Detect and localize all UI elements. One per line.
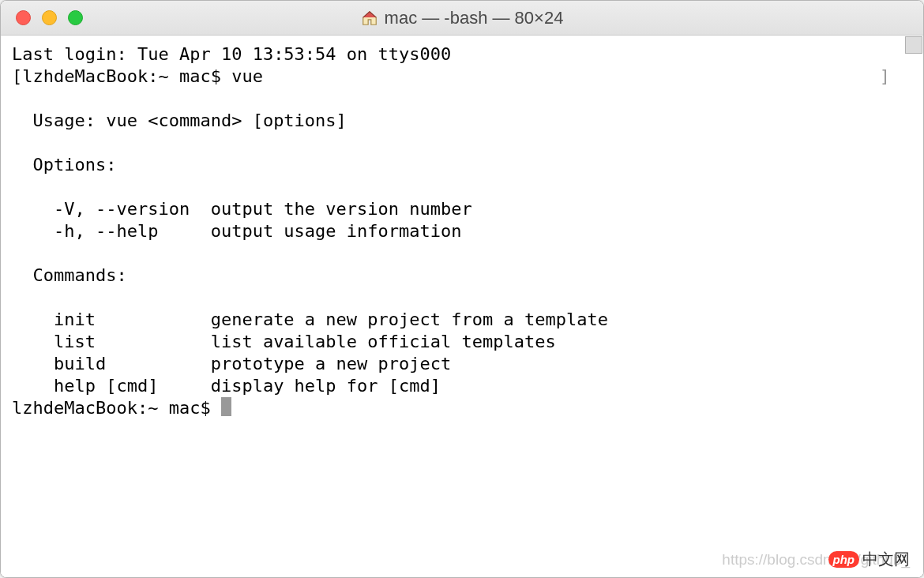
prompt-open-bracket: [ <box>12 66 22 88</box>
prompt-line-1: [lzhdeMacBook:~ mac$ vue] <box>12 66 912 88</box>
window-title-section: mac — -bash — 80×24 <box>361 8 564 28</box>
last-login-line: Last login: Tue Apr 10 13:53:54 on ttys0… <box>12 43 912 66</box>
terminal-body[interactable]: Last login: Tue Apr 10 13:53:54 on ttys0… <box>1 36 923 577</box>
prompt-line-2: lzhdeMacBook:~ mac$ <box>12 397 912 419</box>
command-line: build prototype a new project <box>12 353 912 375</box>
command-line: help [cmd] display help for [cmd] <box>12 375 912 397</box>
window-title: mac — -bash — 80×24 <box>385 8 564 28</box>
blank-line <box>12 132 912 154</box>
traffic-lights <box>1 10 83 25</box>
blank-line <box>12 242 912 265</box>
logo-text: 中文网 <box>862 549 910 570</box>
home-icon <box>361 9 378 27</box>
watermark-logo: php 中文网 <box>828 549 911 570</box>
option-line: -V, --version output the version number <box>12 198 912 220</box>
prompt-body: lzhdeMacBook:~ mac$ vue <box>22 66 263 88</box>
options-header: Options: <box>12 154 912 176</box>
scroll-indicator-icon <box>905 36 922 54</box>
blank-line <box>12 88 912 110</box>
command-line: init generate a new project from a templ… <box>12 309 912 331</box>
scrollbar[interactable] <box>904 35 924 578</box>
minimize-button[interactable] <box>42 10 57 25</box>
command-line: list list available official templates <box>12 331 912 353</box>
terminal-window: mac — -bash — 80×24 Last login: Tue Apr … <box>0 0 924 578</box>
blank-line <box>12 176 912 198</box>
titlebar[interactable]: mac — -bash — 80×24 <box>1 1 923 36</box>
maximize-button[interactable] <box>68 10 83 25</box>
close-button[interactable] <box>16 10 31 25</box>
cursor-icon <box>221 397 231 416</box>
prompt-text: lzhdeMacBook:~ mac$ <box>12 398 221 418</box>
option-line: -h, --help output usage information <box>12 220 912 242</box>
usage-line: Usage: vue <command> [options] <box>12 110 912 132</box>
php-badge: php <box>828 551 860 568</box>
blank-line <box>12 287 912 309</box>
commands-header: Commands: <box>12 265 912 287</box>
